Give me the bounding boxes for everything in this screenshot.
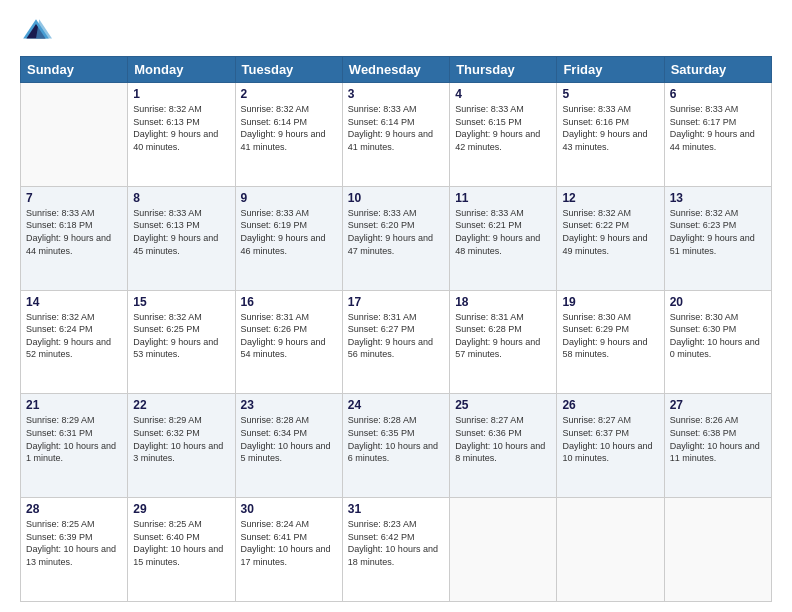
calendar-week-4: 21Sunrise: 8:29 AMSunset: 6:31 PMDayligh…	[21, 394, 772, 498]
calendar-cell: 10Sunrise: 8:33 AMSunset: 6:20 PMDayligh…	[342, 186, 449, 290]
day-number: 18	[455, 295, 551, 309]
calendar-cell: 3Sunrise: 8:33 AMSunset: 6:14 PMDaylight…	[342, 83, 449, 187]
day-number: 26	[562, 398, 658, 412]
calendar-header-monday: Monday	[128, 57, 235, 83]
calendar-cell: 25Sunrise: 8:27 AMSunset: 6:36 PMDayligh…	[450, 394, 557, 498]
day-info: Sunrise: 8:29 AMSunset: 6:32 PMDaylight:…	[133, 414, 229, 464]
calendar-header-tuesday: Tuesday	[235, 57, 342, 83]
calendar-cell: 17Sunrise: 8:31 AMSunset: 6:27 PMDayligh…	[342, 290, 449, 394]
calendar-cell: 21Sunrise: 8:29 AMSunset: 6:31 PMDayligh…	[21, 394, 128, 498]
day-number: 8	[133, 191, 229, 205]
calendar-week-3: 14Sunrise: 8:32 AMSunset: 6:24 PMDayligh…	[21, 290, 772, 394]
day-number: 22	[133, 398, 229, 412]
day-info: Sunrise: 8:31 AMSunset: 6:28 PMDaylight:…	[455, 311, 551, 361]
calendar-header-saturday: Saturday	[664, 57, 771, 83]
calendar-cell: 26Sunrise: 8:27 AMSunset: 6:37 PMDayligh…	[557, 394, 664, 498]
calendar-cell: 31Sunrise: 8:23 AMSunset: 6:42 PMDayligh…	[342, 498, 449, 602]
day-number: 15	[133, 295, 229, 309]
day-number: 21	[26, 398, 122, 412]
day-number: 13	[670, 191, 766, 205]
calendar-cell: 24Sunrise: 8:28 AMSunset: 6:35 PMDayligh…	[342, 394, 449, 498]
day-info: Sunrise: 8:33 AMSunset: 6:14 PMDaylight:…	[348, 103, 444, 153]
day-number: 11	[455, 191, 551, 205]
day-info: Sunrise: 8:33 AMSunset: 6:16 PMDaylight:…	[562, 103, 658, 153]
day-number: 4	[455, 87, 551, 101]
day-info: Sunrise: 8:26 AMSunset: 6:38 PMDaylight:…	[670, 414, 766, 464]
calendar-header-row: SundayMondayTuesdayWednesdayThursdayFrid…	[21, 57, 772, 83]
day-info: Sunrise: 8:33 AMSunset: 6:19 PMDaylight:…	[241, 207, 337, 257]
day-info: Sunrise: 8:32 AMSunset: 6:22 PMDaylight:…	[562, 207, 658, 257]
calendar-cell: 28Sunrise: 8:25 AMSunset: 6:39 PMDayligh…	[21, 498, 128, 602]
calendar-cell	[557, 498, 664, 602]
calendar-header-sunday: Sunday	[21, 57, 128, 83]
day-number: 9	[241, 191, 337, 205]
calendar-cell: 9Sunrise: 8:33 AMSunset: 6:19 PMDaylight…	[235, 186, 342, 290]
header	[20, 16, 772, 48]
calendar-cell: 2Sunrise: 8:32 AMSunset: 6:14 PMDaylight…	[235, 83, 342, 187]
calendar-cell: 20Sunrise: 8:30 AMSunset: 6:30 PMDayligh…	[664, 290, 771, 394]
day-number: 30	[241, 502, 337, 516]
day-number: 24	[348, 398, 444, 412]
day-info: Sunrise: 8:33 AMSunset: 6:13 PMDaylight:…	[133, 207, 229, 257]
day-number: 5	[562, 87, 658, 101]
day-number: 3	[348, 87, 444, 101]
calendar-table: SundayMondayTuesdayWednesdayThursdayFrid…	[20, 56, 772, 602]
day-number: 20	[670, 295, 766, 309]
day-info: Sunrise: 8:29 AMSunset: 6:31 PMDaylight:…	[26, 414, 122, 464]
day-number: 27	[670, 398, 766, 412]
day-number: 2	[241, 87, 337, 101]
page: SundayMondayTuesdayWednesdayThursdayFrid…	[0, 0, 792, 612]
day-info: Sunrise: 8:23 AMSunset: 6:42 PMDaylight:…	[348, 518, 444, 568]
calendar-cell: 12Sunrise: 8:32 AMSunset: 6:22 PMDayligh…	[557, 186, 664, 290]
calendar-week-1: 1Sunrise: 8:32 AMSunset: 6:13 PMDaylight…	[21, 83, 772, 187]
svg-marker-2	[36, 19, 52, 38]
day-info: Sunrise: 8:33 AMSunset: 6:18 PMDaylight:…	[26, 207, 122, 257]
day-info: Sunrise: 8:28 AMSunset: 6:35 PMDaylight:…	[348, 414, 444, 464]
calendar-cell: 18Sunrise: 8:31 AMSunset: 6:28 PMDayligh…	[450, 290, 557, 394]
calendar-header-wednesday: Wednesday	[342, 57, 449, 83]
calendar-cell: 8Sunrise: 8:33 AMSunset: 6:13 PMDaylight…	[128, 186, 235, 290]
day-number: 25	[455, 398, 551, 412]
day-info: Sunrise: 8:33 AMSunset: 6:21 PMDaylight:…	[455, 207, 551, 257]
calendar-cell: 30Sunrise: 8:24 AMSunset: 6:41 PMDayligh…	[235, 498, 342, 602]
day-number: 6	[670, 87, 766, 101]
day-number: 23	[241, 398, 337, 412]
calendar-cell: 7Sunrise: 8:33 AMSunset: 6:18 PMDaylight…	[21, 186, 128, 290]
calendar-cell: 15Sunrise: 8:32 AMSunset: 6:25 PMDayligh…	[128, 290, 235, 394]
day-number: 1	[133, 87, 229, 101]
calendar-week-5: 28Sunrise: 8:25 AMSunset: 6:39 PMDayligh…	[21, 498, 772, 602]
calendar-cell: 16Sunrise: 8:31 AMSunset: 6:26 PMDayligh…	[235, 290, 342, 394]
calendar-week-2: 7Sunrise: 8:33 AMSunset: 6:18 PMDaylight…	[21, 186, 772, 290]
calendar-cell: 22Sunrise: 8:29 AMSunset: 6:32 PMDayligh…	[128, 394, 235, 498]
day-number: 16	[241, 295, 337, 309]
day-info: Sunrise: 8:30 AMSunset: 6:30 PMDaylight:…	[670, 311, 766, 361]
day-info: Sunrise: 8:33 AMSunset: 6:20 PMDaylight:…	[348, 207, 444, 257]
day-number: 29	[133, 502, 229, 516]
calendar-cell: 5Sunrise: 8:33 AMSunset: 6:16 PMDaylight…	[557, 83, 664, 187]
day-info: Sunrise: 8:24 AMSunset: 6:41 PMDaylight:…	[241, 518, 337, 568]
calendar-cell: 14Sunrise: 8:32 AMSunset: 6:24 PMDayligh…	[21, 290, 128, 394]
day-info: Sunrise: 8:32 AMSunset: 6:13 PMDaylight:…	[133, 103, 229, 153]
day-info: Sunrise: 8:27 AMSunset: 6:36 PMDaylight:…	[455, 414, 551, 464]
day-number: 28	[26, 502, 122, 516]
day-info: Sunrise: 8:32 AMSunset: 6:24 PMDaylight:…	[26, 311, 122, 361]
day-info: Sunrise: 8:30 AMSunset: 6:29 PMDaylight:…	[562, 311, 658, 361]
day-number: 10	[348, 191, 444, 205]
calendar-cell: 19Sunrise: 8:30 AMSunset: 6:29 PMDayligh…	[557, 290, 664, 394]
day-info: Sunrise: 8:31 AMSunset: 6:26 PMDaylight:…	[241, 311, 337, 361]
day-number: 12	[562, 191, 658, 205]
day-number: 14	[26, 295, 122, 309]
calendar-cell	[664, 498, 771, 602]
day-info: Sunrise: 8:32 AMSunset: 6:23 PMDaylight:…	[670, 207, 766, 257]
calendar-header-friday: Friday	[557, 57, 664, 83]
calendar-cell	[450, 498, 557, 602]
calendar-cell	[21, 83, 128, 187]
calendar-cell: 1Sunrise: 8:32 AMSunset: 6:13 PMDaylight…	[128, 83, 235, 187]
calendar-header-thursday: Thursday	[450, 57, 557, 83]
day-info: Sunrise: 8:33 AMSunset: 6:17 PMDaylight:…	[670, 103, 766, 153]
day-info: Sunrise: 8:32 AMSunset: 6:25 PMDaylight:…	[133, 311, 229, 361]
day-number: 7	[26, 191, 122, 205]
day-number: 31	[348, 502, 444, 516]
day-info: Sunrise: 8:31 AMSunset: 6:27 PMDaylight:…	[348, 311, 444, 361]
day-number: 19	[562, 295, 658, 309]
